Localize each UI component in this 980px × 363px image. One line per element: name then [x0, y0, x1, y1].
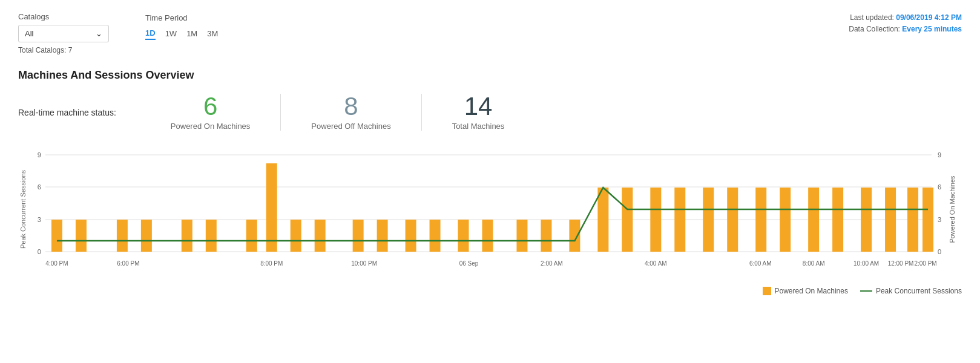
time-btn-3m[interactable]: 3M [207, 27, 218, 40]
svg-rect-45 [907, 188, 918, 252]
svg-rect-15 [76, 220, 87, 252]
svg-rect-23 [315, 220, 326, 252]
svg-rect-20 [246, 220, 257, 252]
svg-rect-29 [482, 220, 493, 252]
svg-rect-34 [622, 188, 633, 252]
svg-text:Powered On Machines: Powered On Machines [949, 175, 956, 243]
chevron-down-icon: ⌄ [96, 29, 102, 38]
svg-text:4:00 AM: 4:00 AM [645, 260, 667, 267]
svg-rect-40 [780, 188, 791, 252]
svg-text:0: 0 [938, 248, 941, 255]
time-btn-1m[interactable]: 1M [186, 27, 197, 40]
svg-text:6: 6 [38, 183, 41, 191]
svg-text:10:00 AM: 10:00 AM [853, 260, 879, 267]
svg-rect-35 [650, 188, 661, 252]
time-period-label: Time Period [145, 13, 218, 22]
svg-rect-32 [569, 220, 580, 252]
legend-machines-label: Powered On Machines [775, 287, 848, 295]
chart-container: 9 6 3 0 9 6 3 0 Peak Concurrent Sessions… [18, 149, 962, 282]
svg-rect-37 [703, 188, 714, 252]
powered-off-count: 8 [344, 94, 358, 119]
section-title: Machines And Sessions Overview [18, 69, 962, 82]
main-page: Catalogs All ⌄ Total Catalogs: 7 Time Pe… [0, 0, 980, 363]
svg-rect-14 [51, 220, 62, 252]
svg-text:3: 3 [38, 216, 41, 223]
legend-machines-icon [763, 287, 771, 295]
chart-svg: 9 6 3 0 9 6 3 0 Peak Concurrent Sessions… [18, 149, 962, 282]
svg-text:6:00 PM: 6:00 PM [117, 260, 139, 267]
svg-rect-24 [353, 220, 364, 252]
svg-rect-21 [266, 163, 277, 252]
powered-off-label: Powered Off Machines [311, 122, 390, 131]
last-updated: Last updated: 09/06/2019 4:12 PM Data Co… [849, 12, 962, 35]
data-collection-value: Every 25 minutes [902, 25, 962, 33]
time-buttons: 1D 1W 1M 3M [145, 27, 218, 40]
svg-rect-31 [541, 220, 551, 252]
svg-text:06 Sep: 06 Sep [459, 260, 479, 267]
svg-rect-44 [885, 188, 896, 252]
legend-sessions-icon [860, 290, 872, 292]
catalog-value: All [25, 29, 33, 38]
svg-rect-18 [182, 220, 192, 252]
time-btn-1w[interactable]: 1W [165, 27, 177, 40]
last-updated-value: 09/06/2019 4:12 PM [896, 13, 962, 22]
svg-text:3: 3 [938, 216, 941, 223]
svg-rect-42 [832, 188, 843, 252]
data-collection-label: Data Collection: [849, 25, 900, 33]
svg-rect-17 [141, 220, 152, 252]
svg-text:Peak Concurrent Sessions: Peak Concurrent Sessions [19, 169, 27, 249]
total-machines-label: Total Machines [452, 122, 505, 131]
svg-rect-28 [458, 220, 469, 252]
svg-text:12:00 PM: 12:00 PM [888, 260, 914, 267]
svg-text:6: 6 [938, 183, 941, 191]
svg-rect-43 [861, 188, 872, 252]
svg-rect-46 [922, 188, 933, 252]
powered-on-count: 6 [203, 94, 217, 119]
legend-machines: Powered On Machines [763, 287, 848, 295]
svg-rect-19 [206, 220, 217, 252]
svg-text:9: 9 [38, 151, 41, 159]
svg-rect-30 [516, 220, 527, 252]
catalog-section: Catalogs All ⌄ Total Catalogs: 7 [18, 12, 109, 54]
header-row: Catalogs All ⌄ Total Catalogs: 7 Time Pe… [18, 12, 962, 54]
svg-text:9: 9 [938, 151, 941, 159]
svg-rect-16 [117, 220, 128, 252]
total-machines-count: 14 [464, 94, 493, 119]
catalog-total: Total Catalogs: 7 [18, 46, 109, 54]
svg-text:8:00 PM: 8:00 PM [260, 260, 283, 267]
svg-text:8:00 AM: 8:00 AM [803, 260, 825, 267]
svg-text:0: 0 [38, 248, 41, 255]
legend-sessions-label: Peak Concurrent Sessions [876, 287, 962, 295]
catalog-label: Catalogs [18, 12, 109, 21]
svg-text:10:00 PM: 10:00 PM [351, 260, 377, 267]
svg-rect-27 [430, 220, 441, 252]
chart-legend: Powered On Machines Peak Concurrent Sess… [18, 287, 962, 295]
total-machines-item: 14 Total Machines [421, 94, 535, 131]
legend-sessions: Peak Concurrent Sessions [860, 287, 962, 295]
svg-rect-25 [377, 220, 388, 252]
status-label: Real-time machine status: [18, 108, 116, 117]
catalog-dropdown[interactable]: All ⌄ [18, 25, 109, 42]
svg-rect-41 [808, 188, 819, 252]
svg-rect-39 [755, 188, 766, 252]
svg-text:6:00 AM: 6:00 AM [749, 260, 772, 267]
last-updated-label: Last updated: [850, 13, 894, 22]
svg-text:2:00 PM: 2:00 PM [914, 260, 936, 267]
svg-rect-22 [291, 220, 301, 252]
time-period-section: Time Period 1D 1W 1M 3M [145, 12, 218, 40]
powered-on-label: Powered On Machines [171, 122, 251, 131]
svg-text:2:00 AM: 2:00 AM [541, 260, 563, 267]
svg-rect-26 [406, 220, 416, 252]
svg-rect-36 [674, 188, 685, 252]
svg-text:4:00 PM: 4:00 PM [45, 260, 68, 267]
time-btn-1d[interactable]: 1D [145, 27, 156, 40]
powered-off-item: 8 Powered Off Machines [280, 94, 421, 131]
powered-on-item: 6 Powered On Machines [140, 94, 281, 131]
svg-rect-33 [597, 188, 608, 252]
machine-status-row: Real-time machine status: 6 Powered On M… [18, 94, 962, 131]
svg-rect-38 [727, 188, 738, 252]
